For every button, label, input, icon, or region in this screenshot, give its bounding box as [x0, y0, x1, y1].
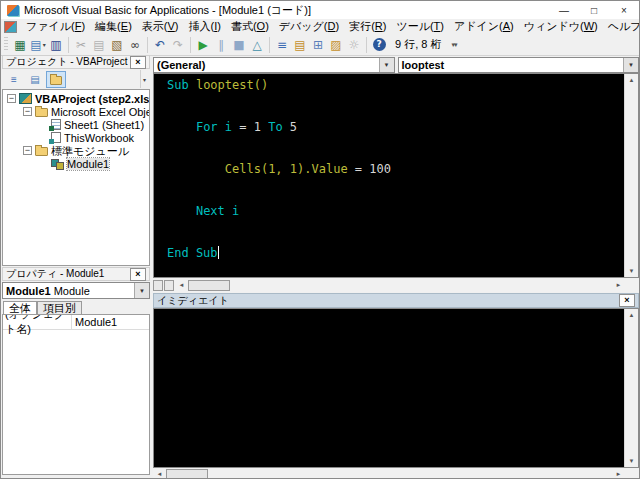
code-line[interactable]: Sub looptest() — [167, 75, 624, 96]
view-code-icon[interactable]: ≡ — [4, 71, 24, 88]
undo-icon[interactable]: ↶ — [151, 36, 169, 54]
insert-userform-icon[interactable]: ▤▾ — [29, 36, 47, 54]
code-lines[interactable]: Sub looptest() For i = 1 To 5 Cells(1, 1… — [167, 75, 624, 264]
folder-icon — [35, 147, 48, 156]
tree-item-label: Microsoft Excel Objects — [51, 106, 150, 118]
toolbar-buttons: ▦▤▾▥✂▤▧∞↶↷▶∥■△≡▤⊞▨☼? — [11, 36, 388, 54]
chevron-down-icon[interactable]: ▼ — [134, 283, 149, 298]
scroll-up-icon[interactable]: ▲ — [625, 309, 638, 321]
code-line[interactable]: For i = 1 To 5 — [167, 117, 624, 138]
scroll-down-icon[interactable]: ▼ — [625, 455, 638, 467]
module-window-icon[interactable] — [4, 21, 17, 33]
collapse-icon[interactable]: − — [7, 94, 16, 103]
property-name: (オブジェクト名) — [3, 315, 72, 329]
menu-item-V[interactable]: 表示(V) — [137, 19, 184, 34]
code-line[interactable] — [167, 180, 624, 201]
vba-project-icon — [19, 93, 32, 104]
menu-item-T[interactable]: ツール(T) — [391, 19, 449, 34]
tab-categorized[interactable]: 項目別 — [37, 301, 82, 314]
find-icon[interactable]: ∞ — [126, 36, 144, 54]
full-module-view-button[interactable] — [164, 280, 174, 291]
tree-item-sheet1[interactable]: Sheet1 (Sheet1) — [3, 118, 149, 131]
property-row[interactable]: (オブジェクト名)Module1 — [3, 315, 149, 330]
menu-item-E[interactable]: 編集(E) — [90, 19, 137, 34]
save-icon[interactable]: ▥ — [47, 36, 65, 54]
properties-panel-title: プロパティ - Module1 — [6, 267, 104, 281]
immediate-close-icon[interactable]: × — [619, 294, 635, 307]
object-browser-icon[interactable]: ⊞ — [309, 36, 327, 54]
scroll-right-icon[interactable]: ► — [612, 278, 625, 292]
scrollbar-corner — [625, 278, 639, 292]
code-editor[interactable]: Sub looptest() For i = 1 To 5 Cells(1, 1… — [153, 73, 639, 278]
procedure-view-button[interactable] — [153, 280, 163, 291]
tree-item-label: Sheet1 (Sheet1) — [64, 119, 144, 131]
collapse-icon[interactable]: − — [23, 146, 32, 155]
properties-close-icon[interactable]: × — [130, 268, 146, 281]
code-vertical-scrollbar[interactable]: ▲ ▼ — [624, 74, 638, 277]
toggle-folders-icon[interactable] — [46, 71, 66, 88]
procedure-dropdown[interactable]: looptest ▼ — [398, 57, 640, 73]
maximize-button[interactable]: □ — [579, 1, 609, 19]
code-line[interactable]: Cells(1, 1).Value = 100 — [167, 159, 624, 180]
tree-item-vbaproject[interactable]: −VBAProject (step2.xlsm) — [3, 92, 149, 105]
scroll-left-icon[interactable]: ◄ — [153, 468, 166, 479]
immediate-panel-titlebar[interactable]: イミディエイト × — [153, 293, 639, 308]
immediate-horizontal-scrollbar[interactable]: ◄ ► — [153, 468, 639, 479]
menu-bar-items: ファイル(F)編集(E)表示(V)挿入(I)書式(O)デバッグ(D)実行(R)ツ… — [21, 19, 640, 34]
tab-all[interactable]: 全体 — [3, 301, 37, 314]
module-icon — [51, 158, 64, 169]
immediate-vertical-scrollbar[interactable]: ▲ ▼ — [624, 309, 638, 467]
collapse-icon[interactable]: − — [23, 107, 32, 116]
scroll-right-icon[interactable]: ► — [612, 468, 625, 479]
toolbar-overflow-icon[interactable]: ▾▾ — [451, 41, 456, 49]
menu-item-A[interactable]: アドイン(A) — [449, 19, 519, 34]
properties-window-icon[interactable]: ▤ — [291, 36, 309, 54]
design-mode-icon[interactable]: △ — [248, 36, 266, 54]
toolbox-icon[interactable]: ▨ — [327, 36, 345, 54]
code-line[interactable] — [167, 138, 624, 159]
minimize-button[interactable]: — — [549, 1, 579, 19]
chevron-down-icon[interactable]: ▼ — [379, 58, 394, 72]
scroll-up-icon[interactable]: ▲ — [625, 74, 638, 86]
scroll-left-icon[interactable]: ◄ — [175, 278, 188, 292]
scrollbar-thumb[interactable] — [166, 469, 208, 479]
view-object-icon[interactable]: ▤ — [25, 71, 45, 88]
menu-item-W[interactable]: ウィンドウ(W) — [519, 19, 603, 34]
view-microsoft-excel-icon[interactable]: ▦ — [11, 36, 29, 54]
scrollbar-thumb[interactable] — [188, 280, 230, 291]
project-explorer-icon[interactable]: ≡ — [273, 36, 291, 54]
paste-icon[interactable]: ▧ — [108, 36, 126, 54]
menu-item-O[interactable]: 書式(O) — [226, 19, 274, 34]
object-dropdown[interactable]: (General) ▼ — [153, 57, 395, 73]
property-value[interactable]: Module1 — [72, 316, 117, 328]
code-line[interactable] — [167, 96, 624, 117]
tree-item-excel-objects[interactable]: −Microsoft Excel Objects — [3, 105, 149, 118]
menu-item-R[interactable]: 実行(R) — [344, 19, 391, 34]
tree-item-std-modules[interactable]: −標準モジュール — [3, 144, 149, 157]
project-panel-titlebar[interactable]: プロジェクト - VBAProject × — [2, 55, 150, 69]
tree-item-thisworkbook[interactable]: ThisWorkbook — [3, 131, 149, 144]
vba-logo-icon — [7, 5, 19, 16]
menu-item-I[interactable]: 挿入(I) — [183, 19, 225, 34]
tree-item-module1[interactable]: Module1 — [3, 157, 149, 170]
close-button[interactable]: × — [609, 1, 639, 19]
project-toolbar-overflow-icon[interactable]: ▾ — [140, 70, 148, 88]
code-line[interactable]: End Sub — [167, 243, 624, 264]
menu-bar: ファイル(F)編集(E)表示(V)挿入(I)書式(O)デバッグ(D)実行(R)ツ… — [1, 19, 639, 34]
code-horizontal-scrollbar[interactable]: ◄ ► — [153, 278, 639, 292]
menu-item-F[interactable]: ファイル(F) — [21, 19, 90, 34]
menu-item-H[interactable]: ヘルプ(H) — [603, 19, 640, 34]
menu-item-D[interactable]: デバッグ(D) — [274, 19, 344, 34]
properties-panel-titlebar[interactable]: プロパティ - Module1 × — [2, 267, 150, 281]
run-icon[interactable]: ▶ — [194, 36, 212, 54]
tree-item-label: VBAProject (step2.xlsm) — [35, 93, 150, 105]
scroll-down-icon[interactable]: ▼ — [625, 265, 638, 277]
help-icon[interactable]: ? — [370, 36, 388, 54]
chevron-down-icon[interactable]: ▼ — [623, 58, 638, 72]
project-close-icon[interactable]: × — [130, 56, 146, 69]
code-line[interactable] — [167, 222, 624, 243]
properties-object-selector[interactable]: Module1 Module ▼ — [2, 282, 150, 299]
code-line[interactable]: Next i — [167, 201, 624, 222]
immediate-window[interactable]: ▲ ▼ — [153, 308, 639, 468]
toolbar-grip[interactable] — [4, 37, 8, 52]
